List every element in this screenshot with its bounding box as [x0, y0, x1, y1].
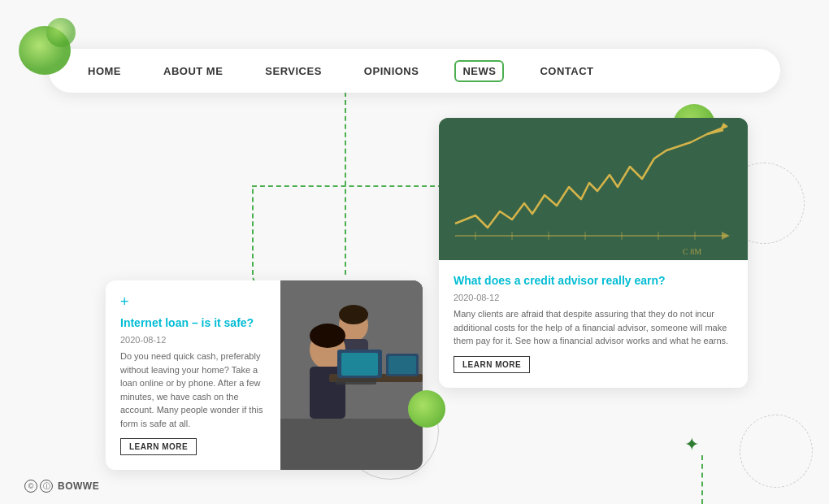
nav-services[interactable]: SERVICES [258, 62, 328, 80]
svg-text:C 8M: C 8M [683, 247, 701, 256]
decorative-circle-br [740, 415, 813, 488]
card-right-text: Many clients are afraid that despite ass… [454, 307, 733, 348]
card-left-learn-more[interactable]: LEARN MORE [120, 438, 197, 455]
card-left-date: 2020-08-12 [120, 335, 266, 345]
svg-rect-29 [341, 353, 378, 376]
footer: © ⓘ BOWWE [24, 480, 99, 493]
nav-home[interactable]: HOME [81, 62, 128, 80]
connector-bottom-dashed [701, 455, 703, 504]
card-left-image [280, 280, 423, 470]
cc-icon: © [24, 480, 37, 493]
svg-rect-30 [336, 378, 376, 385]
card-left-content: + Internet loan – is it safe? 2020-08-12… [106, 280, 280, 470]
decorative-dot-mid [408, 390, 445, 428]
card-right-learn-more[interactable]: LEARN MORE [454, 356, 530, 373]
card-internet-loan: + Internet loan – is it safe? 2020-08-12… [106, 280, 423, 470]
nav-items: HOME ABOUT ME SERVICES OPINIONS NEWS CON… [81, 60, 601, 82]
card-credit-advisor: C 8M What does a credit advisor really e… [439, 118, 748, 388]
svg-point-20 [339, 305, 368, 324]
footer-icons: © ⓘ [24, 480, 53, 493]
cc-icon-2: ⓘ [40, 480, 53, 493]
card-right-content: What does a credit advisor really earn? … [439, 260, 748, 388]
card-right-title: What does a credit advisor really earn? [454, 273, 733, 288]
logo[interactable] [16, 16, 81, 81]
navbar: HOME ABOUT ME SERVICES OPINIONS NEWS CON… [49, 49, 780, 93]
card-left-text: Do you need quick cash, preferably witho… [120, 350, 266, 430]
nav-about[interactable]: ABOUT ME [157, 62, 229, 80]
nav-contact[interactable]: CONTACT [533, 62, 600, 80]
svg-rect-28 [388, 356, 416, 374]
svg-point-1 [46, 18, 76, 47]
nav-opinions[interactable]: OPINIONS [358, 62, 426, 80]
connector-corner [252, 185, 345, 291]
card-right-date: 2020-08-12 [454, 293, 733, 302]
plus-icon: + [120, 293, 266, 311]
footer-brand: BOWWE [58, 480, 99, 492]
svg-rect-3 [439, 118, 748, 260]
card-right-image: C 8M [439, 118, 748, 260]
nav-news[interactable]: NEWS [454, 60, 504, 82]
card-left-title: Internet loan – is it safe? [120, 315, 266, 330]
card-left-inner: + Internet loan – is it safe? 2020-08-12… [106, 280, 423, 470]
star-decoration: ✦ [684, 434, 699, 455]
svg-point-23 [310, 324, 345, 348]
